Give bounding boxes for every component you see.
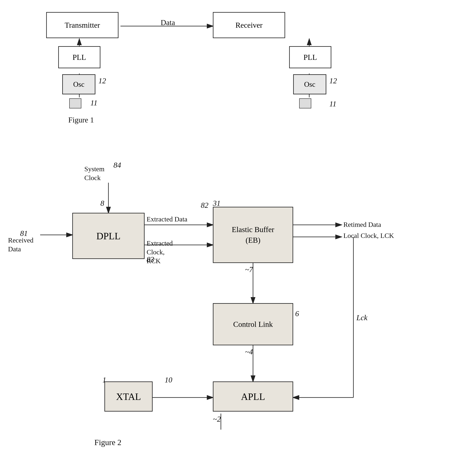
- figure1-title: Figure 1: [68, 115, 94, 124]
- xtal-box: XTAL: [104, 382, 153, 411]
- page: Transmitter PLL Osc 12 11 Data Receiver …: [0, 0, 450, 476]
- transmitter-box: Transmitter: [46, 12, 118, 38]
- fig1-right-11-label: 11: [329, 99, 336, 108]
- ref82-label: 82: [201, 201, 208, 210]
- dpll-label: DPLL: [96, 230, 120, 241]
- apll-box: APLL: [213, 382, 293, 411]
- fig1-left-11-label: 11: [90, 98, 97, 107]
- fig1-left-osc-box: Osc: [62, 74, 95, 94]
- system-clock-label: System Clock: [84, 165, 104, 182]
- fig1-right-pll-box: PLL: [289, 46, 331, 68]
- fig1-right-pll-label: PLL: [303, 53, 317, 62]
- ref31-label: 31: [213, 199, 220, 208]
- fig1-right-crystal: [299, 98, 311, 108]
- ref2-label: ~2: [213, 415, 221, 423]
- fig1-right-12-label: 12: [329, 76, 337, 85]
- apll-label: APLL: [241, 391, 265, 402]
- local-clock-label: Local Clock, LCK: [343, 232, 394, 240]
- ref6-label: 6: [295, 309, 299, 318]
- fig1-left-pll-box: PLL: [58, 46, 101, 68]
- fig1-right-osc-label: Osc: [304, 80, 315, 88]
- elastic-buffer-label: Elastic Buffer (EB): [232, 224, 274, 246]
- fig1-left-osc-label: Osc: [73, 80, 84, 88]
- ref83-label: 83: [147, 255, 154, 264]
- ref84-label: 84: [113, 161, 121, 170]
- receiver-box: Receiver: [213, 12, 285, 38]
- fig1-left-pll-label: PLL: [72, 53, 86, 62]
- xtal-label: XTAL: [116, 391, 141, 402]
- ref7-label: ~7: [245, 265, 253, 274]
- ref10-label: 10: [165, 376, 172, 384]
- control-link-box: Control Link: [213, 303, 293, 345]
- receiver-label: Receiver: [235, 21, 262, 29]
- extracted-data-label: Extracted Data: [147, 215, 187, 224]
- retimed-data-label: Retimed Data: [343, 221, 381, 229]
- dpll-box: DPLL: [72, 213, 145, 259]
- transmitter-label: Transmitter: [65, 21, 100, 29]
- fig1-left-12-label: 12: [98, 76, 106, 85]
- fig1-left-crystal: [69, 98, 81, 108]
- received-data-label: Received Data: [8, 236, 34, 253]
- ref8-label: 8: [101, 199, 104, 208]
- lck-label: Lck: [356, 313, 367, 322]
- elastic-buffer-box: Elastic Buffer (EB): [213, 207, 293, 263]
- ref4-label: ~4: [245, 347, 253, 356]
- figure2-title: Figure 2: [94, 438, 121, 447]
- control-link-label: Control Link: [233, 320, 273, 329]
- fig1-right-osc-box: Osc: [293, 74, 326, 94]
- data-flow-label: Data: [161, 18, 175, 27]
